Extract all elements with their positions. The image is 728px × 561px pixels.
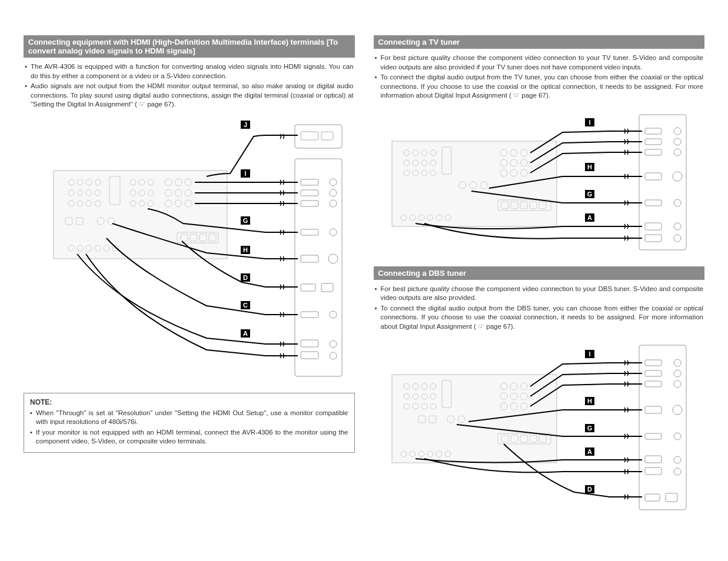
dbs-label-A: A: [587, 448, 592, 455]
tv-label-A: A: [587, 214, 592, 221]
diagram-label-J: J: [244, 121, 247, 128]
right-column: Connecting a TV tuner For best picture q…: [374, 35, 705, 526]
tv-wiring-svg: I H G A: [386, 109, 692, 256]
hdmi-section-header: Connecting equipment with HDMI (High-Def…: [24, 35, 355, 58]
note-box: NOTE: When "Through" is set at "Resoluti…: [24, 393, 355, 453]
tv-label-H: H: [587, 163, 592, 171]
dbs-wiring-svg: I H G A D: [386, 339, 692, 516]
dbs-label-I: I: [589, 350, 590, 358]
diagram-label-G: G: [243, 217, 248, 224]
tv-bullet-2: To connect the digital audio output from…: [375, 73, 704, 101]
tv-label-G: G: [587, 191, 592, 198]
dbs-label-H: H: [587, 398, 592, 405]
diagram-label-C: C: [243, 302, 248, 309]
diagram-label-I: I: [245, 170, 247, 177]
svg-rect-133: [639, 345, 686, 510]
dbs-bullet-1: For best picture quality choose the comp…: [375, 285, 704, 303]
hdmi-bullet-list: The AVR-4306 is equipped with a function…: [24, 62, 355, 109]
hdmi-bullet-1: The AVR-4306 is equipped with a function…: [25, 62, 354, 81]
note-item-1: When "Through" is set at "Resolution" un…: [30, 409, 348, 427]
hdmi-diagram: J I G H D C A: [24, 118, 355, 382]
dbs-label-G: G: [587, 425, 592, 432]
tv-tuner-bullets: For best picture quality choose the comp…: [374, 54, 705, 101]
tv-bullet-1: For best picture quality choose the comp…: [375, 54, 704, 72]
svg-rect-150: [392, 375, 557, 463]
diagram-label-A: A: [243, 330, 248, 337]
dbs-tuner-header: Connecting a DBS tuner: [374, 266, 705, 280]
hdmi-wiring-svg: J I G H D C A: [30, 118, 348, 382]
note-title: NOTE:: [30, 398, 348, 406]
note-item-2: If your monitor is not equipped with an …: [30, 428, 348, 446]
hdmi-bullet-2: Audio signals are not output from the HD…: [25, 82, 354, 109]
note-list: When "Through" is set at "Resolution" un…: [30, 409, 348, 446]
tv-tuner-diagram: I H G A: [374, 109, 705, 256]
two-column-layout: Connecting equipment with HDMI (High-Def…: [24, 35, 704, 526]
diagram-label-D: D: [243, 274, 248, 281]
dbs-tuner-diagram: I H G A D: [374, 339, 705, 516]
tv-label-I: I: [589, 119, 590, 126]
dbs-label-D: D: [587, 486, 592, 493]
tv-tuner-header: Connecting a TV tuner: [374, 35, 705, 49]
svg-rect-91: [392, 141, 557, 226]
dbs-tuner-bullets: For best picture quality choose the comp…: [374, 285, 705, 332]
left-column: Connecting equipment with HDMI (High-Def…: [24, 35, 355, 526]
diagram-label-H: H: [243, 246, 248, 253]
dbs-bullet-2: To connect the digital audio output from…: [375, 304, 704, 332]
